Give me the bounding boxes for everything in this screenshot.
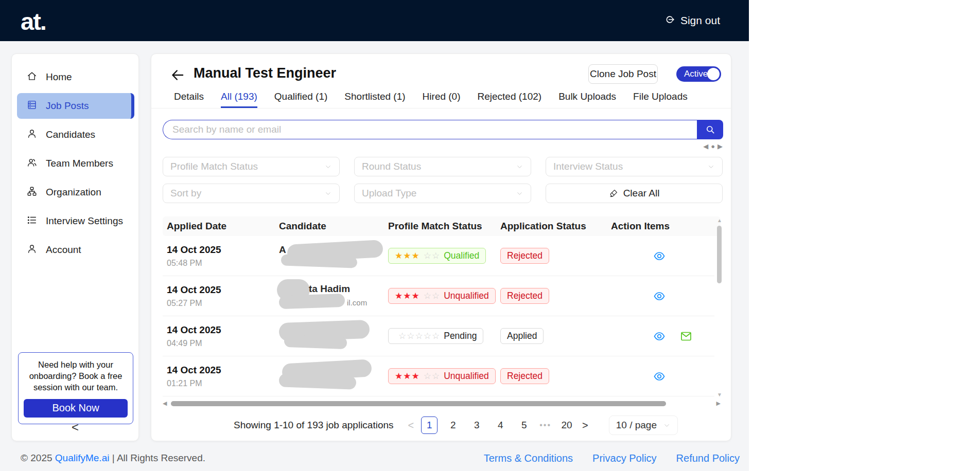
stars-empty: ☆☆: [424, 371, 440, 382]
col-action-items: Action Items: [611, 221, 721, 232]
select-placeholder: Sort by: [170, 188, 201, 199]
match-label: Unqualified: [444, 371, 489, 382]
home-icon: [26, 70, 38, 84]
email-icon[interactable]: [680, 330, 692, 342]
clone-job-post-button[interactable]: Clone Job Post: [588, 64, 658, 84]
terms-link[interactable]: Terms & Conditions: [484, 452, 573, 464]
prev-page-button[interactable]: <: [408, 420, 414, 431]
filter-carousel-controls: ◀ ● ▶: [703, 142, 723, 150]
sort-by-select[interactable]: Sort by: [163, 184, 340, 203]
sidebar-item-label: Candidates: [46, 129, 95, 140]
tab-details[interactable]: Details: [174, 87, 204, 108]
stars-filled: ★★★: [395, 371, 420, 382]
search-button[interactable]: [697, 120, 723, 139]
vertical-scroll-thumb[interactable]: [717, 226, 722, 283]
tab-shortlisted[interactable]: Shortlisted (1): [344, 87, 405, 108]
match-label: Pending: [444, 331, 477, 341]
sidebar-item-label: Job Posts: [46, 100, 89, 112]
back-button[interactable]: [170, 67, 185, 83]
col-profile-match-status: Profile Match Status: [388, 221, 500, 232]
onboarding-help-box: Need help with your onboarding? Book a f…: [18, 352, 133, 424]
page-size-select[interactable]: 10 / page: [609, 415, 678, 435]
scroll-up-icon[interactable]: ▲: [716, 218, 723, 223]
candidate-cell: ta Hadim il.com: [279, 281, 384, 311]
table-row: 14 Oct 2025 01:21 PM ★★★☆☆ Unqualified R…: [163, 356, 714, 396]
signout-button[interactable]: Sign out: [664, 0, 720, 41]
page-2-button[interactable]: 2: [445, 416, 461, 434]
scroll-right-icon[interactable]: ▶: [716, 400, 721, 407]
tab-all[interactable]: All (193): [221, 87, 257, 108]
copyright-prefix: © 2025: [21, 452, 55, 463]
toggle-knob: [707, 68, 720, 80]
search-input[interactable]: [163, 120, 697, 139]
carousel-dot-icon[interactable]: ●: [711, 142, 715, 150]
horizontal-scroll-thumb[interactable]: [171, 401, 666, 406]
toggle-label: Active: [684, 69, 708, 79]
status-badge: Rejected: [500, 288, 549, 304]
view-eye-icon[interactable]: [653, 250, 666, 262]
candidate-cell: A: [279, 241, 384, 271]
sidebar-item-organization[interactable]: Organization: [17, 179, 134, 205]
page-20-button[interactable]: 20: [558, 416, 575, 434]
privacy-link[interactable]: Privacy Policy: [592, 452, 656, 464]
chevron-down-icon: [324, 163, 332, 171]
actions-cell: [611, 330, 714, 342]
applied-date: 14 Oct 2025: [167, 365, 279, 376]
active-toggle[interactable]: Active: [676, 66, 721, 82]
sidebar-collapse-button[interactable]: <: [12, 420, 138, 434]
sidebar-item-account[interactable]: Account: [17, 237, 134, 263]
interview-status-select[interactable]: Interview Status: [546, 157, 723, 176]
applied-date-cell: 14 Oct 2025 05:27 PM: [167, 284, 279, 308]
brand-link[interactable]: QualifyMe.ai: [55, 452, 110, 463]
tab-qualified[interactable]: Qualified (1): [274, 87, 328, 108]
clear-all-button[interactable]: Clear All: [546, 184, 723, 203]
help-text: Need help with your onboarding? Book a f…: [24, 359, 128, 393]
pagination-summary: Showing 1-10 of 193 job applications: [234, 420, 394, 431]
sidebar-item-team-members[interactable]: Team Members: [17, 151, 134, 176]
book-now-button[interactable]: Book Now: [24, 399, 128, 418]
candidate-cell: [279, 361, 384, 391]
pagination: Showing 1-10 of 193 job applications < 1…: [234, 414, 678, 437]
view-eye-icon[interactable]: [653, 330, 666, 342]
table-header: Applied Date Candidate Profile Match Sta…: [163, 216, 721, 236]
upload-type-select[interactable]: Upload Type: [354, 184, 531, 203]
sidebar-item-home[interactable]: Home: [17, 64, 134, 90]
actions-cell: [611, 370, 714, 383]
sidebar-item-label: Organization: [46, 187, 101, 198]
list-icon: [26, 214, 38, 228]
sidebar-item-interview-settings[interactable]: Interview Settings: [17, 208, 134, 234]
match-badge: ☆☆☆☆☆ Pending: [388, 328, 483, 344]
match-label: Unqualified: [444, 291, 489, 301]
next-page-button[interactable]: >: [582, 420, 588, 431]
sidebar-item-job-posts[interactable]: Job Posts: [17, 93, 134, 119]
horizontal-scrollbar: ◀ ▶: [163, 400, 721, 408]
redacted-candidate-email: [281, 254, 358, 268]
sidebar-item-candidates[interactable]: Candidates: [17, 122, 134, 148]
tab-hired[interactable]: Hired (0): [423, 87, 461, 108]
page-4-button[interactable]: 4: [492, 416, 509, 434]
page-3-button[interactable]: 3: [468, 416, 485, 434]
tab-file-uploads[interactable]: File Uploads: [633, 87, 688, 108]
profile-match-status-select[interactable]: Profile Match Status: [163, 157, 340, 176]
refund-link[interactable]: Refund Policy: [676, 452, 740, 464]
sidebar-item-label: Interview Settings: [46, 215, 123, 227]
redacted-candidate-email: [279, 373, 357, 389]
match-badge: ★★★☆☆ Unqualified: [388, 288, 496, 304]
view-eye-icon[interactable]: [653, 290, 666, 302]
applied-date: 14 Oct 2025: [167, 284, 279, 296]
applied-time: 05:48 PM: [167, 259, 279, 268]
carousel-prev-icon[interactable]: ◀: [703, 142, 708, 150]
view-eye-icon[interactable]: [653, 370, 666, 383]
page-5-button[interactable]: 5: [516, 416, 532, 434]
carousel-next-icon[interactable]: ▶: [717, 142, 723, 150]
applied-time: 05:27 PM: [167, 299, 279, 308]
scroll-down-icon[interactable]: ▼: [716, 392, 723, 397]
scroll-left-icon[interactable]: ◀: [163, 400, 167, 407]
tab-rejected[interactable]: Rejected (102): [478, 87, 542, 108]
sidebar-item-label: Team Members: [46, 158, 113, 169]
pagination-ellipsis[interactable]: •••: [539, 421, 551, 430]
round-status-select[interactable]: Round Status: [354, 157, 531, 176]
applied-date: 14 Oct 2025: [167, 244, 279, 256]
page-1-button[interactable]: 1: [421, 416, 437, 434]
tab-bulk-uploads[interactable]: Bulk Uploads: [558, 87, 616, 108]
